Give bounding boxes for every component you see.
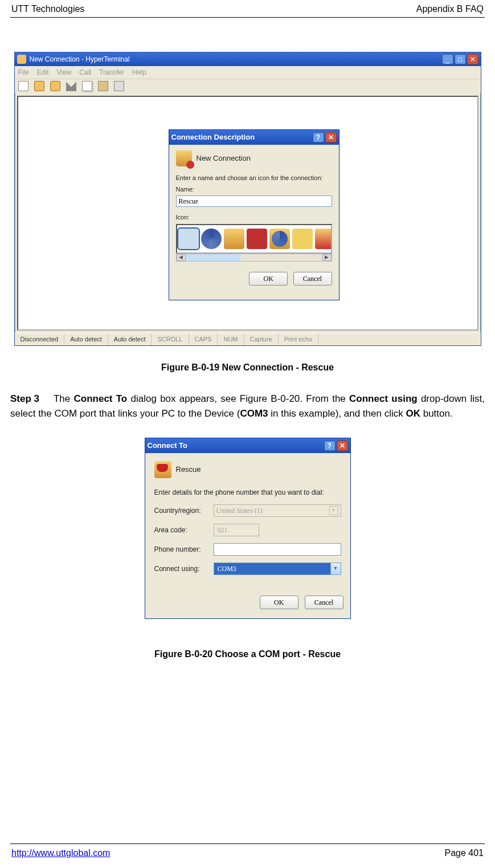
- connection-description-dialog: Connection Description ? ✕ New Connectio…: [169, 129, 339, 300]
- icon-option[interactable]: [315, 229, 332, 249]
- close-button[interactable]: ✕: [325, 132, 337, 142]
- header-left: UTT Technologies: [11, 2, 84, 16]
- maximize-button[interactable]: □: [455, 54, 466, 64]
- country-select: United States (1) ▾: [214, 504, 341, 517]
- help-button[interactable]: ?: [324, 441, 336, 451]
- cancel-button[interactable]: Cancel: [293, 272, 332, 286]
- figure-caption-1: Figure B-0-19 New Connection - Rescue: [10, 361, 485, 374]
- area-code-input: 021: [214, 524, 259, 536]
- icon-option[interactable]: [247, 229, 267, 249]
- page-header: UTT Technologies Appendix B FAQ: [10, 0, 485, 18]
- close-button[interactable]: ✕: [337, 441, 348, 451]
- new-icon[interactable]: [18, 81, 28, 91]
- menu-help[interactable]: Help: [132, 67, 146, 78]
- icon-option[interactable]: [178, 229, 199, 249]
- connection-name: Rescue: [176, 464, 201, 475]
- name-label: Name:: [176, 185, 332, 194]
- icon-picker[interactable]: [176, 224, 332, 254]
- status-caps: CAPS: [189, 333, 218, 345]
- menu-call[interactable]: Call: [79, 67, 91, 78]
- statusbar: Disconnected Auto detect Auto detect SCR…: [15, 333, 481, 345]
- footer-url[interactable]: http://www.uttglobal.com: [11, 846, 110, 860]
- step-label: Step 3: [10, 392, 50, 406]
- figure-caption-2: Figure B-0-20 Choose a COM port - Rescue: [10, 647, 485, 661]
- help-button[interactable]: ?: [313, 132, 324, 142]
- connect-using-label: Connect using:: [154, 564, 214, 574]
- name-input[interactable]: [176, 195, 332, 207]
- chevron-down-icon: ▾: [329, 506, 338, 515]
- connect-using-value: COM3: [214, 563, 330, 574]
- close-button[interactable]: ✕: [467, 54, 478, 64]
- paste-icon[interactable]: [98, 81, 108, 91]
- phone-icon: [154, 461, 171, 478]
- icon-scrollbar[interactable]: ◀ ▶: [176, 254, 332, 262]
- footer-page: Page 401: [444, 846, 484, 860]
- icon-option[interactable]: [292, 229, 313, 249]
- menu-transfer[interactable]: Transfer: [99, 67, 124, 78]
- connect-using-select[interactable]: COM3 ▼: [214, 563, 341, 575]
- app-icon: [17, 55, 26, 64]
- cancel-button[interactable]: Cancel: [305, 596, 343, 609]
- status-detect2: Auto detect: [108, 333, 152, 345]
- chevron-down-icon[interactable]: ▼: [330, 563, 341, 574]
- phone-label: Phone number:: [154, 544, 214, 555]
- connection-icon: [176, 150, 192, 166]
- icon-option[interactable]: [269, 229, 290, 249]
- toolbar: [15, 79, 481, 93]
- dialog-title: Connection Description: [171, 132, 255, 143]
- menu-view[interactable]: View: [57, 67, 72, 78]
- country-label: Country/region:: [154, 506, 214, 516]
- dialog-title: Connect To: [148, 440, 188, 451]
- status-capture: Capture: [244, 333, 279, 345]
- status-print: Print echo: [279, 333, 319, 345]
- phone-input[interactable]: [214, 543, 341, 556]
- disconnect-icon[interactable]: [66, 81, 76, 91]
- status-detect1: Auto detect: [64, 333, 108, 345]
- hyperterminal-titlebar: New Connection - HyperTerminal _ □ ✕: [15, 52, 481, 66]
- dialog-prompt: Enter a name and choose an icon for the …: [176, 173, 332, 183]
- minimize-button[interactable]: _: [442, 54, 453, 64]
- menubar: File Edit View Call Transfer Help: [15, 66, 481, 79]
- icon-option[interactable]: [224, 229, 244, 249]
- dialog-titlebar: Connect To ? ✕: [145, 438, 350, 453]
- menu-edit[interactable]: Edit: [37, 67, 49, 78]
- scroll-left-icon[interactable]: ◀: [177, 254, 186, 261]
- scroll-right-icon[interactable]: ▶: [322, 254, 332, 261]
- status-scroll: SCROLL: [152, 333, 189, 345]
- window-title: New Connection - HyperTerminal: [30, 54, 442, 64]
- copy-icon[interactable]: [82, 81, 92, 91]
- status-num: NUM: [218, 333, 244, 345]
- dialog-titlebar: Connection Description ? ✕: [169, 130, 339, 145]
- step-3-paragraph: Step 3 The Connect To dialog box appears…: [10, 392, 485, 421]
- connect-to-dialog: Connect To ? ✕ Rescue Enter details for …: [145, 438, 351, 619]
- dialog-hint: Enter details for the phone number that …: [154, 487, 341, 498]
- menu-file[interactable]: File: [18, 67, 29, 78]
- ok-button[interactable]: OK: [260, 596, 298, 609]
- page-footer: http://www.uttglobal.com Page 401: [10, 843, 485, 862]
- hyperterminal-window: New Connection - HyperTerminal _ □ ✕ Fil…: [14, 52, 481, 346]
- scroll-track[interactable]: [186, 254, 322, 261]
- call-icon[interactable]: [50, 81, 60, 91]
- icon-label: Icon:: [176, 213, 332, 222]
- open-icon[interactable]: [34, 81, 44, 91]
- header-right: Appendix B FAQ: [416, 2, 484, 16]
- area-code-label: Area code:: [154, 525, 214, 535]
- dialog-heading: New Connection: [197, 153, 251, 164]
- properties-icon[interactable]: [114, 81, 124, 91]
- icon-option[interactable]: [201, 229, 222, 249]
- ok-button[interactable]: OK: [249, 272, 288, 286]
- status-conn: Disconnected: [15, 333, 65, 345]
